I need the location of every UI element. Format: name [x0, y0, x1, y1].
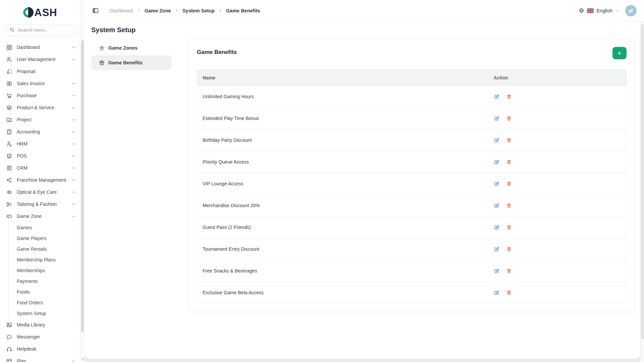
table-row: Unlimited Gaming Hours — [197, 86, 627, 108]
scissors-icon — [6, 201, 12, 207]
delete-button[interactable] — [506, 116, 512, 121]
delete-button[interactable] — [506, 268, 512, 274]
sidebar-item-project[interactable]: Project — [0, 114, 80, 126]
sidebar-item-payments[interactable]: Payments — [17, 276, 80, 287]
uk-flag-icon — [587, 8, 594, 13]
share-network-icon — [6, 177, 12, 183]
sidebar-item-label: Dashboard — [17, 45, 71, 50]
sidebar-item-label: Proposal — [17, 69, 76, 74]
sidebar-item-purchase[interactable]: Purchase — [0, 89, 80, 102]
breadcrumb-dashboard[interactable]: Dashboard — [109, 8, 133, 13]
sidebar-item-helpdesk[interactable]: Helpdesk — [0, 343, 80, 355]
sidebar-item-memberships[interactable]: Memberships — [17, 265, 80, 276]
edit-button[interactable] — [494, 203, 499, 208]
chevron-down-icon — [71, 178, 76, 182]
setup-menu-item-game-zones[interactable]: Game Zones — [91, 41, 172, 55]
sidebar-scrollbar-thumb[interactable] — [81, 40, 84, 333]
sidebar-item-sales-invoice[interactable]: Sales Invoice — [0, 77, 80, 89]
chevron-right-icon — [137, 9, 141, 13]
person-icon — [6, 141, 12, 147]
chevron-up-icon — [71, 214, 76, 219]
window-scrollbar[interactable] — [640, 21, 644, 362]
sidebar-item-games[interactable]: Games — [17, 222, 80, 233]
edit-button[interactable] — [494, 268, 499, 274]
sidebar-item-system-setup[interactable]: System Setup — [17, 308, 80, 319]
sidebar-item-label: CRM — [17, 165, 71, 171]
edit-button[interactable] — [494, 137, 499, 143]
chevron-down-icon — [71, 57, 76, 62]
table-row: Free Snacks & Beverages — [197, 260, 627, 282]
sidebar-item-optical-eye-care[interactable]: Optical & Eye Care — [0, 186, 80, 198]
sidebar-scrollbar[interactable] — [80, 0, 85, 362]
sidebar-item-hrm[interactable]: HRM — [0, 138, 80, 150]
sidebar-item-user-management[interactable]: User Management — [0, 53, 80, 65]
sidebar-item-game-zone[interactable]: Game Zone — [0, 210, 80, 222]
store-icon — [6, 153, 12, 159]
language-selector[interactable]: English — [579, 8, 619, 13]
avatar[interactable] — [625, 5, 637, 16]
sidebar-item-product-service[interactable]: Product & Service — [0, 102, 80, 114]
proposal-icon — [6, 68, 12, 75]
delete-button[interactable] — [506, 94, 512, 100]
edit-button[interactable] — [494, 181, 499, 187]
sidebar-item-dashboard[interactable]: Dashboard — [0, 41, 80, 53]
search-input[interactable] — [6, 24, 78, 36]
edit-button[interactable] — [494, 116, 499, 121]
delete-button[interactable] — [506, 290, 512, 296]
sidebar-item-game-players[interactable]: Game Players — [17, 233, 80, 244]
edit-button[interactable] — [494, 290, 499, 296]
chat-bubble-icon — [6, 334, 12, 340]
app-logo[interactable]: ASH — [0, 5, 80, 20]
logo-text: ASH — [34, 7, 57, 18]
sidebar-toggle-button[interactable] — [92, 7, 99, 14]
sidebar-item-media-library[interactable]: Media Library — [0, 319, 80, 331]
window-scrollbar-thumb[interactable] — [641, 24, 644, 339]
delete-button[interactable] — [506, 203, 512, 208]
edit-button[interactable] — [494, 246, 499, 252]
setup-menu-item-game-benefits[interactable]: Game Benefits — [91, 55, 172, 70]
sidebar-item-label: Messenger — [17, 334, 76, 340]
sidebar-item-label: Project — [17, 117, 71, 122]
delete-button[interactable] — [506, 181, 512, 187]
sidebar-item-franchise-management[interactable]: Franchise Management — [0, 174, 80, 186]
sidebar-item-proposal[interactable]: Proposal — [0, 65, 80, 77]
delete-button[interactable] — [506, 246, 512, 252]
sidebar-item-label: Product & Service — [17, 105, 71, 110]
sidebar-item-plan[interactable]: Plan — [0, 355, 80, 362]
benefit-name: Birthday Party Discount — [197, 129, 488, 151]
game-zone-submenu: Games Game Players Game Rentals Membersh… — [8, 222, 80, 319]
sidebar-item-label: Helpdesk — [17, 346, 76, 352]
gamepad-icon — [6, 213, 12, 220]
delete-button[interactable] — [506, 225, 512, 230]
card-title: Game Benefits — [197, 47, 237, 56]
sidebar-item-pos[interactable]: POS — [0, 150, 80, 162]
delete-button[interactable] — [506, 159, 512, 165]
sidebar-item-messenger[interactable]: Messenger — [0, 331, 80, 343]
sidebar-item-label: Game Zone — [17, 214, 71, 219]
sidebar-item-foods[interactable]: Foods — [17, 287, 80, 297]
column-header-name: Name — [197, 70, 488, 86]
breadcrumb-system-setup[interactable]: System Setup — [182, 8, 215, 13]
benefit-name: Priority Queue Access — [197, 151, 488, 173]
sidebar-item-tailoring-fashion[interactable]: Tailoring & Fashion — [0, 198, 80, 210]
breadcrumb-game-benefits[interactable]: Game Benefits — [226, 8, 260, 13]
edit-button[interactable] — [494, 94, 499, 100]
scrollbar-arrow-down-icon[interactable] — [82, 358, 84, 360]
benefit-name: Unlimited Gaming Hours — [197, 86, 488, 108]
sidebar-item-food-orders[interactable]: Food Orders — [17, 297, 80, 308]
delete-button[interactable] — [506, 137, 512, 143]
chevron-down-icon — [71, 45, 76, 50]
sidebar-item-accounting[interactable]: Accounting — [0, 126, 80, 138]
edit-button[interactable] — [494, 225, 499, 230]
sidebar-item-membership-plans[interactable]: Membership Plans — [17, 254, 80, 265]
topbar: Dashboard Game Zone System Setup Game Be… — [85, 0, 644, 21]
breadcrumb-game-zone[interactable]: Game Zone — [145, 8, 171, 13]
gift-icon — [99, 60, 105, 66]
sidebar-item-crm[interactable]: CRM — [0, 162, 80, 174]
chevron-down-icon — [71, 154, 76, 158]
logo-d-icon — [22, 6, 34, 18]
add-benefit-button[interactable]: + — [612, 47, 627, 59]
edit-button[interactable] — [494, 159, 499, 165]
sidebar-item-label: Purchase — [17, 93, 71, 98]
sidebar-item-game-rentals[interactable]: Game Rentals — [17, 244, 80, 254]
